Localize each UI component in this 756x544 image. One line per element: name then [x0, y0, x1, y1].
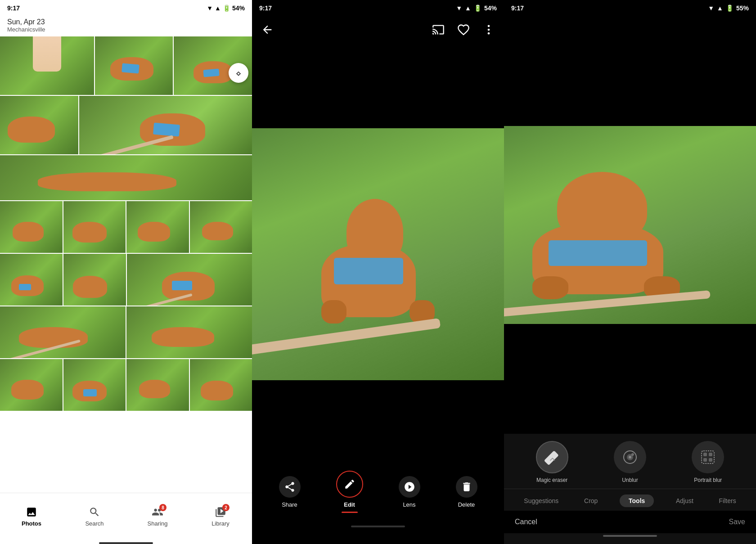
photo-cell-4-4[interactable] — [190, 201, 252, 253]
svg-rect-9 — [703, 453, 707, 456]
share-label: Share — [282, 501, 297, 508]
svg-point-1 — [488, 29, 490, 31]
nav-item-search[interactable]: Search — [63, 506, 126, 527]
tab-tools[interactable]: Tools — [620, 495, 654, 507]
photo-row-7 — [0, 359, 252, 411]
photos-nav-label: Photos — [22, 520, 41, 527]
battery-icon: 🔋 — [223, 4, 230, 12]
edit-time: 9:17 — [511, 4, 524, 12]
tab-filters[interactable]: Filters — [716, 495, 740, 506]
photo-row-5 — [0, 254, 252, 306]
panel-photos: 9:17 ▼ ▲ 🔋 54% Sun, Apr 23 Mechanicsvill… — [0, 0, 252, 544]
photo-cell-6-1[interactable] — [0, 306, 126, 358]
photo-cell-5-3[interactable] — [127, 254, 252, 306]
save-button[interactable]: Save — [729, 518, 745, 526]
delete-action[interactable]: Delete — [456, 476, 477, 508]
magic-eraser-label: Magic eraser — [536, 477, 567, 483]
viewer-toolbar-right — [432, 23, 495, 38]
share-icon-wrap — [279, 476, 301, 498]
back-button[interactable] — [261, 23, 274, 38]
edit-tabs: Suggestions Crop Tools Adjust Filters — [504, 489, 756, 511]
viewer-signal-icon: ▲ — [465, 4, 471, 12]
photo-cell-3-1[interactable] — [0, 155, 252, 200]
tab-crop[interactable]: Crop — [580, 495, 601, 506]
svg-rect-11 — [703, 458, 707, 462]
photo-cell-4-3[interactable] — [126, 201, 189, 253]
lens-icon-wrap — [399, 476, 420, 498]
svg-rect-10 — [709, 453, 712, 456]
photo-cell-4-1[interactable] — [0, 201, 63, 253]
time-1: 9:17 — [7, 4, 20, 12]
viewer-toolbar — [252, 16, 504, 45]
photo-cell-2-2[interactable] — [79, 96, 252, 154]
photo-cell-5-1[interactable] — [0, 254, 63, 306]
status-bar-1: 9:17 ▼ ▲ 🔋 54% — [0, 0, 252, 16]
photo-row-6 — [0, 306, 252, 358]
lens-action[interactable]: Lens — [399, 476, 420, 508]
cancel-button[interactable]: Cancel — [515, 518, 537, 526]
favorite-button[interactable] — [457, 23, 470, 38]
search-nav-label: Search — [85, 520, 104, 527]
cast-button[interactable] — [432, 23, 445, 38]
edit-battery-icon: 🔋 — [726, 4, 734, 12]
photo-cell-7-1[interactable] — [0, 359, 63, 411]
edit-photo-area — [504, 16, 756, 434]
home-indicator-1 — [99, 542, 153, 544]
share-action[interactable]: Share — [279, 476, 301, 508]
edit-battery-pct: 55% — [736, 4, 749, 12]
photo-cell-7-3[interactable] — [126, 359, 189, 411]
photos-header: Sun, Apr 23 Mechanicsville — [0, 16, 252, 36]
photo-cell-7-2[interactable] — [63, 359, 126, 411]
portrait-blur-label: Portrait blur — [694, 477, 722, 483]
photo-cell-6-2[interactable] — [126, 306, 252, 358]
photo-cell-1-2[interactable] — [95, 36, 173, 95]
unblur-icon-wrap — [614, 441, 646, 473]
location-label: Mechanicsville — [7, 26, 245, 33]
photo-cell-5-2[interactable] — [63, 254, 126, 306]
viewer-time: 9:17 — [259, 4, 272, 12]
scroll-button[interactable] — [229, 63, 248, 83]
photo-row-2 — [0, 96, 252, 154]
photo-cell-4-2[interactable] — [63, 201, 126, 253]
sharing-badge: 8 — [159, 504, 166, 511]
panel-edit: 9:17 ▼ ▲ 🔋 55% — [504, 0, 756, 544]
nav-item-library[interactable]: 2 Library — [189, 506, 252, 527]
viewer-actions: Share Edit Lens — [252, 471, 504, 513]
svg-point-0 — [488, 25, 490, 27]
search-nav-icon — [88, 506, 101, 518]
more-button[interactable] — [482, 23, 495, 38]
magic-eraser-tool[interactable]: Magic eraser — [536, 441, 568, 483]
photo-cell-1-1[interactable] — [0, 36, 94, 95]
svg-rect-12 — [709, 458, 712, 462]
tools-row: Magic eraser Unblur — [504, 441, 756, 483]
battery-pct-1: 54% — [232, 4, 245, 12]
svg-point-6 — [629, 456, 631, 459]
edit-signal-icon: ▲ — [717, 4, 723, 12]
edit-dog-body — [524, 166, 688, 294]
edit-photo — [504, 126, 756, 324]
viewer-battery-pct: 54% — [484, 4, 497, 12]
unblur-tool[interactable]: Unblur — [614, 441, 646, 483]
wifi-icon: ▼ — [207, 4, 213, 12]
edit-underline — [342, 512, 358, 513]
photo-cell-7-4[interactable] — [190, 359, 252, 411]
library-nav-label: Library — [212, 520, 230, 527]
edit-status-icons: ▼ ▲ 🔋 55% — [708, 4, 749, 12]
home-indicator-2 — [351, 526, 405, 527]
edit-action[interactable]: Edit — [336, 471, 363, 513]
nav-item-photos[interactable]: Photos — [0, 506, 63, 527]
edit-wifi-icon: ▼ — [708, 4, 714, 12]
unblur-label: Unblur — [622, 477, 638, 483]
photo-cell-2-1[interactable] — [0, 96, 78, 154]
panel-viewer: 9:17 ▼ ▲ 🔋 54% — [252, 0, 504, 544]
svg-point-2 — [488, 32, 490, 35]
nav-item-sharing[interactable]: 8 Sharing — [126, 506, 189, 527]
tab-adjust[interactable]: Adjust — [672, 495, 697, 506]
viewer-photo-area[interactable] — [252, 90, 504, 418]
portrait-blur-tool[interactable]: Portrait blur — [692, 441, 724, 483]
svg-rect-8 — [702, 451, 714, 463]
photo-grid-container[interactable] — [0, 36, 252, 493]
tab-suggestions[interactable]: Suggestions — [520, 495, 562, 506]
viewer-status-bar: 9:17 ▼ ▲ 🔋 54% — [252, 0, 504, 16]
photo-row-3 — [0, 155, 252, 200]
